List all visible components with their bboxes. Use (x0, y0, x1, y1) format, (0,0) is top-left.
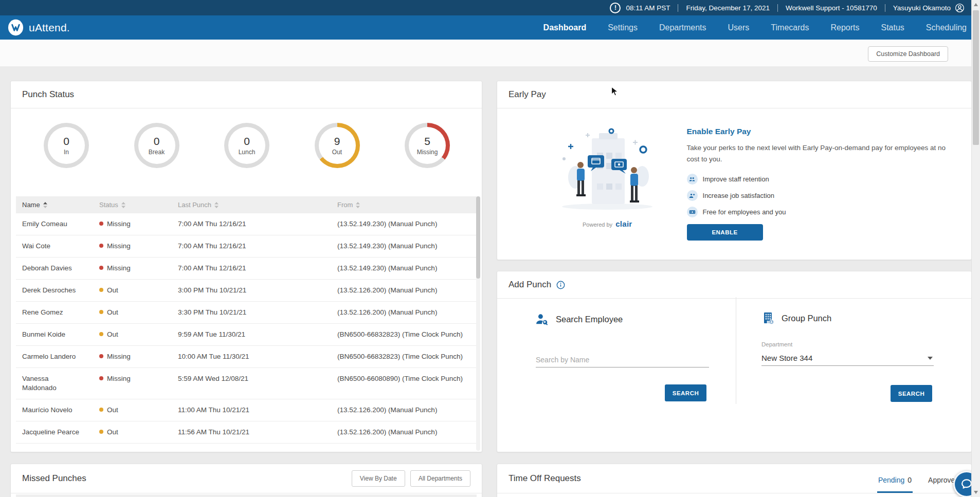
user-menu[interactable]: Yasuyuki Okamoto (893, 3, 965, 13)
table-row[interactable]: Derek DesrochesOut3:00 PM Thu 10/21/21(1… (16, 280, 477, 302)
scroll-up-arrow-icon[interactable] (974, 3, 978, 6)
cell-name: Maurício Novelo (22, 406, 99, 415)
punch-table-header: NameStatusLast PunchFrom (16, 196, 477, 213)
department-value: New Store 344 (761, 354, 812, 362)
column-header-status[interactable]: Status (99, 201, 178, 209)
stat-value: 0 (244, 135, 250, 148)
search-by-name-input[interactable] (536, 353, 709, 367)
divider (678, 4, 678, 12)
missed-punches-card: Missed Punches View By Date All Departme… (10, 464, 482, 497)
punch-table-body: Emily ComeauMissing7:00 AM Thu 12/16/21(… (16, 213, 477, 452)
cell-name: Deborah Davies (22, 264, 99, 273)
table-row[interactable]: Jacqueline PearceOut11:56 AM Thu 10/21/2… (16, 421, 477, 444)
vertical-divider (736, 297, 736, 404)
alert-icon[interactable]: ! (610, 3, 621, 13)
nav-item-status[interactable]: Status (881, 23, 904, 32)
page-scrollbar[interactable] (971, 0, 980, 497)
table-row[interactable]: Wai CoteMissing7:00 AM Thu 12/16/21(13.5… (16, 235, 477, 257)
building-icon (761, 311, 775, 325)
stat-label: In (64, 149, 69, 156)
all-departments-button[interactable]: All Departments (410, 470, 470, 487)
group-punch-search-button[interactable]: SEARCH (891, 385, 932, 402)
enable-early-pay-heading[interactable]: Enable Early Pay (687, 127, 956, 136)
cell-from: (BN6500-66832823) (Time Clock Punch) (337, 330, 477, 339)
cell-from: (13.52.126.200) (Edited Punch) (337, 450, 477, 452)
sort-icon (214, 202, 219, 208)
scroll-down-arrow-icon[interactable] (974, 491, 978, 494)
early-pay-description: Take your perks to the next level with E… (687, 142, 954, 164)
table-row[interactable]: Zunaira SaldivarOut12:46 PM Wed 10/20/21… (16, 444, 477, 452)
cell-name: Bunmei Koide (22, 330, 99, 339)
early-pay-illustration-block: Powered by clair (547, 127, 668, 241)
tab-pending[interactable]: Pending0 (877, 476, 913, 493)
card-scrollbar-thumb[interactable] (476, 196, 480, 279)
user-circle-icon (955, 3, 965, 13)
scrollbar-thumb[interactable] (973, 10, 979, 145)
column-header-name[interactable]: Name (22, 201, 99, 209)
status-dot (99, 310, 103, 314)
cell-from: (13.52.126.200) (Manual Punch) (337, 308, 477, 317)
view-by-date-button[interactable]: View By Date (352, 470, 405, 487)
cell-from: (13.52.126.200) (Manual Punch) (337, 406, 477, 415)
time-off-title: Time Off Requests (509, 473, 581, 484)
divider (777, 4, 778, 12)
cell-name: Derek Desroches (22, 286, 99, 295)
cell-status: Out (99, 428, 178, 437)
bullet-label: Improve staff retention (703, 175, 769, 183)
stat-label: Out (332, 149, 342, 156)
info-icon[interactable] (556, 281, 565, 289)
cell-status: Out (99, 286, 178, 295)
cell-status: Missing (99, 352, 178, 361)
column-label: Name (22, 201, 40, 209)
search-employee-button[interactable]: SEARCH (665, 384, 706, 401)
table-row[interactable]: Emily ComeauMissing7:00 AM Thu 12/16/21(… (16, 213, 477, 235)
nav-item-scheduling[interactable]: Scheduling (926, 23, 967, 32)
early-pay-illustration (556, 127, 659, 214)
cell-last-punch: 11:56 AM Thu 10/21/21 (178, 428, 337, 437)
early-pay-bullet: Free for employees and you (687, 207, 956, 217)
department-label: Department (761, 341, 792, 347)
table-row[interactable]: Carmelo LanderoMissing10:00 AM Tue 11/30… (16, 346, 477, 368)
cell-last-punch: 3:30 PM Thu 10/21/21 (178, 308, 337, 317)
table-row[interactable]: Vanessa MaldonadoMissing5:59 AM Wed 12/0… (16, 368, 477, 399)
nav-item-reports[interactable]: Reports (830, 23, 859, 32)
group-punch-section-title: Group Punch (761, 311, 831, 325)
nav-item-dashboard[interactable]: Dashboard (543, 23, 587, 32)
bullet-label: Free for employees and you (703, 208, 786, 216)
stat-label: Missing (417, 149, 438, 156)
customize-dashboard-button[interactable]: Customize Dashboard (868, 46, 948, 62)
early-pay-bullets: Improve staff retentionIncrease job sati… (687, 174, 956, 217)
nav-item-timecards[interactable]: Timecards (771, 23, 809, 32)
cell-last-punch: 7:00 AM Thu 12/16/21 (178, 219, 337, 229)
status-dot (99, 354, 103, 358)
column-label: Status (99, 201, 118, 209)
table-row[interactable]: Deborah DaviesMissing7:00 AM Thu 12/16/2… (16, 257, 477, 280)
group-punch-label: Group Punch (782, 314, 831, 323)
time-off-requests-card: Time Off Requests Pending0Approved (497, 464, 972, 497)
column-header-last-punch[interactable]: Last Punch (178, 201, 337, 209)
support-account[interactable]: Workwell Support - 10581770 (786, 4, 877, 12)
nav-item-departments[interactable]: Departments (659, 23, 706, 32)
nav-item-settings[interactable]: Settings (608, 23, 638, 32)
punch-stat-lunch: 0Lunch (224, 123, 269, 168)
nav-item-users[interactable]: Users (728, 23, 750, 32)
divider (885, 4, 885, 12)
people-icon (687, 174, 698, 185)
status-dot (99, 430, 103, 434)
cell-status: Out (99, 450, 178, 452)
status-dot (99, 266, 103, 270)
brand-logo[interactable]: uAttend. (7, 19, 70, 36)
department-select[interactable]: New Store 344 (761, 351, 934, 366)
table-row[interactable]: Maurício NoveloOut11:00 AM Thu 10/21/21(… (16, 399, 477, 421)
cell-status: Missing (99, 242, 178, 251)
early-pay-text-block: Enable Early Pay Take your perks to the … (687, 127, 956, 241)
enable-button[interactable]: ENABLE (687, 224, 763, 241)
missed-punches-header: Missed Punches View By Date All Departme… (11, 464, 482, 493)
table-row[interactable]: Bunmei KoideOut9:59 AM Tue 11/30/21(BN65… (16, 324, 477, 346)
cell-status: Out (99, 330, 178, 339)
cell-last-punch: 7:00 AM Thu 12/16/21 (178, 264, 337, 273)
cell-status: Missing (99, 264, 178, 273)
top-utility-bar: ! 08:11 AM PST Friday, December 17, 2021… (0, 0, 980, 15)
column-header-from[interactable]: From (337, 201, 477, 209)
table-row[interactable]: Rene GomezOut3:30 PM Thu 10/21/21(13.52.… (16, 302, 477, 324)
